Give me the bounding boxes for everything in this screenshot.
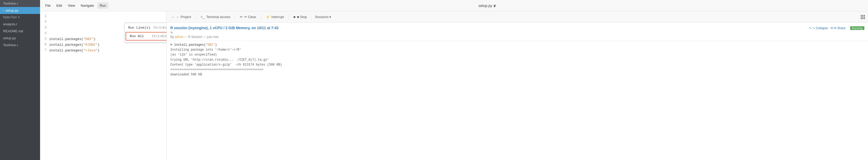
console-output[interactable]: > install.packages("DBI") Installing pac… xyxy=(167,41,868,160)
stop-icon: ■ xyxy=(293,15,296,19)
menu-edit[interactable]: Edit xyxy=(54,2,65,9)
collapse-icon: ⤡ xyxy=(809,26,812,30)
project-button[interactable]: ← ← Project xyxy=(170,14,193,19)
arrow-left-icon: ← xyxy=(172,15,175,19)
console-header: R session (myengine), 1 vCPU / 2 GiB Mem… xyxy=(167,23,868,41)
console-line-4: trying URL 'http://cran.rstudio... /IIET… xyxy=(170,57,864,63)
console-line-3: (as 'lib' is unspecified) xyxy=(170,52,864,57)
sidebar-section-rjdbc[interactable]: RjdbcTest ↻ xyxy=(0,14,40,21)
code-editor[interactable]: 1 2 3 4 5 install.packages("DBI") xyxy=(40,11,167,160)
running-badge: Running xyxy=(850,26,864,30)
share-icon: ✉ xyxy=(831,26,833,30)
collapse-button[interactable]: ⤡ ⤡ Collapse xyxy=(809,26,828,30)
sidebar-item-testhive-top[interactable]: TestHive.r xyxy=(0,0,40,7)
grid-apps-icon[interactable] xyxy=(861,15,865,19)
chevron-down-icon: ▾ xyxy=(329,15,331,19)
menu-view[interactable]: View xyxy=(65,2,78,9)
sidebar-item-analysis[interactable]: analysis.r xyxy=(0,21,40,28)
share-button[interactable]: ✉ ✉ Share xyxy=(831,26,845,30)
console-line-2: Installing package into '/home/c'~r/R' xyxy=(170,47,864,52)
clear-button[interactable]: ✏ ✏ Clear xyxy=(238,14,258,19)
editor-filename: setup.py • xyxy=(478,4,496,8)
modified-dot: • xyxy=(494,5,496,7)
stop-button[interactable]: ■ ■ Stop xyxy=(292,14,308,19)
editor-line-6: 6 install.packages("RJDBC") xyxy=(40,42,166,47)
run-line-menu-item[interactable]: Run Line(s) Ctrl+Enter xyxy=(125,24,167,32)
interrupt-button[interactable]: ⚡ Interrupt xyxy=(264,14,285,19)
main-area: File Edit View Navigate Run setup.py • 1… xyxy=(40,0,868,160)
content-area: 1 2 3 4 5 install.packages("DBI") xyxy=(40,11,868,160)
session-by-line: By admin — R Session — just now xyxy=(170,35,864,39)
pencil-icon: ✏ xyxy=(240,15,243,19)
session-title: R session (myengine), 1 vCPU / 2 GiB Mem… xyxy=(170,25,278,31)
console-line-5: Content type 'application/x-gzip' ~th 61… xyxy=(170,63,864,67)
btn-separator-4 xyxy=(288,14,289,19)
console-line-1: > install.packages("DBI") xyxy=(170,43,864,47)
menu-navigate[interactable]: Navigate xyxy=(78,2,96,9)
sidebar-item-testhive-bottom[interactable]: TestHive.r xyxy=(0,42,40,48)
console-line-6: ========================================… xyxy=(170,67,864,72)
btn-separator-3 xyxy=(261,14,261,19)
refresh-icon[interactable]: ↻ xyxy=(18,16,20,19)
run-dropdown-menu: Run Line(s) Ctrl+Enter Run All Ctrl+Alt+… xyxy=(124,23,167,42)
btn-separator-2 xyxy=(235,14,235,19)
menu-file[interactable]: File xyxy=(43,2,53,9)
run-all-menu-item[interactable]: Run All Ctrl+Alt+R xyxy=(126,32,167,41)
console-panel: ← ← Project >_ Terminal access ✏ ✏ Clear… xyxy=(167,11,868,160)
terminal-access-button[interactable]: >_ Terminal access xyxy=(199,14,232,19)
editor-line-7: 7 install.packages("rJava") xyxy=(40,47,166,53)
console-line-7: downloaded 598 KB xyxy=(170,72,864,77)
sessions-button[interactable]: Sessions ▾ xyxy=(315,15,331,19)
sidebar: TestHive.r setup.py RjdbcTest ↻ analysis… xyxy=(0,0,40,160)
menu-toolbar: File Edit View Navigate Run setup.py • xyxy=(40,0,868,11)
editor-line-1: 1 xyxy=(40,13,166,19)
menu-run[interactable]: Run xyxy=(97,2,108,9)
console-toolbar: ← ← Project >_ Terminal access ✏ ✏ Clear… xyxy=(167,11,868,23)
btn-separator-5 xyxy=(311,14,312,19)
sidebar-item-setup-active[interactable]: setup.py xyxy=(0,7,40,14)
sidebar-item-readme[interactable]: README.md xyxy=(0,28,40,35)
terminal-icon: >_ xyxy=(200,15,205,19)
edit-icon[interactable]: ✎ xyxy=(170,31,173,35)
lightning-icon: ⚡ xyxy=(266,15,270,19)
sidebar-item-setup[interactable]: setup.py xyxy=(0,35,40,42)
